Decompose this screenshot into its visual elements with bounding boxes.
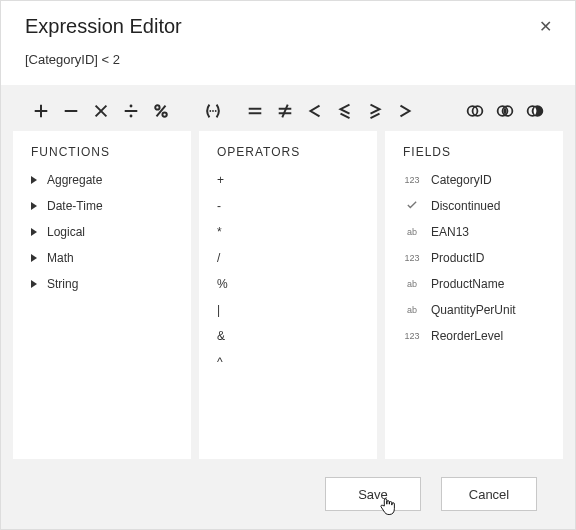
svg-point-8: [155, 105, 159, 109]
field-item[interactable]: Discontinued: [403, 199, 545, 213]
save-button-label: Save: [358, 487, 388, 502]
field-label: QuantityPerUnit: [431, 303, 516, 317]
field-label: ReorderLevel: [431, 329, 503, 343]
operator-item[interactable]: *: [217, 225, 359, 239]
svg-point-12: [212, 110, 214, 112]
cancel-button[interactable]: Cancel: [441, 477, 537, 511]
greater-equal-icon[interactable]: [365, 101, 385, 121]
field-label: CategoryID: [431, 173, 492, 187]
divide-icon[interactable]: [121, 101, 141, 121]
panels-row: FUNCTIONS AggregateDate-TimeLogicalMathS…: [13, 131, 563, 459]
not-icon[interactable]: [525, 101, 545, 121]
functions-panel: FUNCTIONS AggregateDate-TimeLogicalMathS…: [13, 131, 191, 459]
field-item[interactable]: abProductName: [403, 277, 545, 291]
expand-icon: [31, 254, 37, 262]
svg-point-11: [209, 110, 211, 112]
field-item[interactable]: 123ReorderLevel: [403, 329, 545, 343]
operator-label: *: [217, 225, 222, 239]
operator-item[interactable]: /: [217, 251, 359, 265]
function-item[interactable]: Logical: [31, 225, 173, 239]
save-button[interactable]: Save: [325, 477, 421, 511]
plus-icon[interactable]: [31, 101, 51, 121]
expression-text[interactable]: [CategoryID] < 2: [1, 48, 575, 85]
expand-icon: [31, 202, 37, 210]
less-equal-icon[interactable]: [335, 101, 355, 121]
function-item[interactable]: Date-Time: [31, 199, 173, 213]
svg-point-7: [130, 115, 133, 118]
operator-item[interactable]: &: [217, 329, 359, 343]
operator-item[interactable]: -: [217, 199, 359, 213]
dialog-header: Expression Editor ✕: [1, 1, 575, 48]
expand-icon: [31, 176, 37, 184]
dialog-title: Expression Editor: [25, 15, 182, 38]
field-item[interactable]: 123ProductID: [403, 251, 545, 265]
fields-panel: FIELDS 123CategoryIDDiscontinuedabEAN131…: [385, 131, 563, 459]
operator-label: +: [217, 173, 224, 187]
field-label: Discontinued: [431, 199, 500, 213]
field-label: ProductID: [431, 251, 484, 265]
field-type-icon: ab: [403, 305, 421, 315]
not-equals-icon[interactable]: [275, 101, 295, 121]
field-type-icon: [403, 200, 421, 212]
function-item[interactable]: String: [31, 277, 173, 291]
operator-item[interactable]: ^: [217, 355, 359, 369]
function-label: Logical: [47, 225, 85, 239]
svg-line-10: [157, 106, 166, 117]
operator-label: -: [217, 199, 221, 213]
multiply-icon[interactable]: [91, 101, 111, 121]
operator-label: ^: [217, 355, 223, 369]
expand-icon: [31, 280, 37, 288]
svg-line-20: [371, 114, 380, 119]
field-item[interactable]: 123CategoryID: [403, 173, 545, 187]
expand-icon: [31, 228, 37, 236]
function-label: Aggregate: [47, 173, 102, 187]
or-icon[interactable]: [495, 101, 515, 121]
function-label: Math: [47, 251, 74, 265]
percent-icon[interactable]: [151, 101, 171, 121]
operator-item[interactable]: |: [217, 303, 359, 317]
function-label: Date-Time: [47, 199, 103, 213]
equals-icon[interactable]: [245, 101, 265, 121]
operator-label: %: [217, 277, 228, 291]
operator-toolbar: [13, 95, 563, 131]
dialog-body: FUNCTIONS AggregateDate-TimeLogicalMathS…: [1, 85, 575, 529]
svg-point-5: [130, 105, 133, 108]
close-icon[interactable]: ✕: [535, 17, 555, 37]
svg-line-18: [282, 105, 287, 118]
operator-label: /: [217, 251, 220, 265]
field-label: ProductName: [431, 277, 504, 291]
field-type-icon: 123: [403, 253, 421, 263]
and-icon[interactable]: [465, 101, 485, 121]
parens-icon[interactable]: [203, 101, 223, 121]
function-item[interactable]: Aggregate: [31, 173, 173, 187]
field-type-icon: ab: [403, 227, 421, 237]
function-label: String: [47, 277, 78, 291]
minus-icon[interactable]: [61, 101, 81, 121]
field-label: EAN13: [431, 225, 469, 239]
svg-point-9: [162, 112, 166, 116]
functions-title: FUNCTIONS: [31, 145, 173, 159]
field-type-icon: ab: [403, 279, 421, 289]
operators-title: OPERATORS: [217, 145, 359, 159]
field-item[interactable]: abQuantityPerUnit: [403, 303, 545, 317]
expression-editor-dialog: Expression Editor ✕ [CategoryID] < 2: [0, 0, 576, 530]
cancel-button-label: Cancel: [469, 487, 509, 502]
operator-item[interactable]: +: [217, 173, 359, 187]
operator-label: &: [217, 329, 225, 343]
function-item[interactable]: Math: [31, 251, 173, 265]
operator-label: |: [217, 303, 220, 317]
operator-item[interactable]: %: [217, 277, 359, 291]
field-item[interactable]: abEAN13: [403, 225, 545, 239]
less-than-icon[interactable]: [305, 101, 325, 121]
svg-line-19: [341, 114, 350, 119]
greater-than-icon[interactable]: [395, 101, 415, 121]
svg-point-13: [215, 110, 217, 112]
dialog-footer: Save Cancel: [13, 459, 563, 515]
fields-title: FIELDS: [403, 145, 545, 159]
field-type-icon: 123: [403, 331, 421, 341]
operators-panel: OPERATORS +-*/%|&^: [199, 131, 377, 459]
field-type-icon: 123: [403, 175, 421, 185]
